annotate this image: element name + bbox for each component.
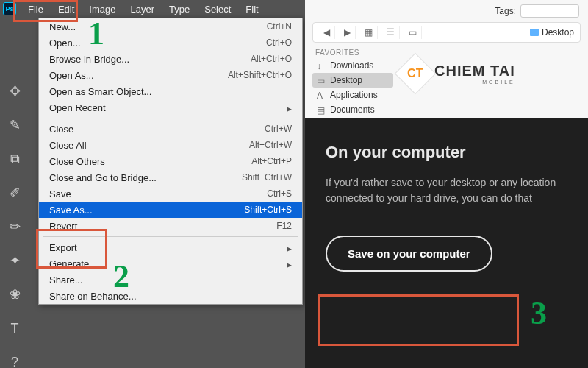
menu-item-close-bridge[interactable]: Close and Go to Bridge...Shift+Ctrl+W (39, 169, 302, 185)
app-logo-icon: Ps (3, 2, 16, 15)
brand-sub: MOBILE (434, 79, 515, 85)
brand-logo: CT CHIEM TAI MOBILE (401, 59, 515, 88)
lasso-tool-icon[interactable]: ✎ (4, 115, 25, 135)
brand-name: CHIEM TAI (434, 63, 515, 79)
menu-item-save-as[interactable]: Save As...Shift+Ctrl+S (39, 202, 302, 218)
menu-item-open-recent[interactable]: Open Recent (39, 99, 302, 116)
view-list-icon[interactable]: ☰ (382, 26, 400, 39)
brand-mark-icon: CT (395, 53, 437, 95)
folder-icon (530, 29, 539, 36)
location-chip[interactable]: Desktop (530, 27, 574, 38)
menu-type[interactable]: Type (162, 1, 197, 17)
menu-separator (43, 118, 298, 118)
menu-item-close-others[interactable]: Close OthersAlt+Ctrl+P (39, 153, 302, 169)
tool-column: ✥ ✎ ⧉ ✐ ✏ ✦ ❀ T ? (0, 74, 29, 368)
folder-up-icon[interactable]: ▭ (404, 26, 422, 39)
back-button[interactable]: ◀ (319, 26, 335, 39)
menu-item-export[interactable]: Export (39, 239, 302, 255)
browser-sidebar: Favorites ↓Downloads ▭Desktop AApplicati… (312, 47, 393, 117)
menu-item-open-smart[interactable]: Open as Smart Object... (39, 83, 302, 99)
desktop-icon: ▭ (317, 76, 326, 85)
fav-applications[interactable]: AApplications (312, 88, 393, 102)
submenu-arrow-icon (287, 102, 292, 113)
fav-desktop[interactable]: ▭Desktop (312, 73, 393, 88)
menu-item-open-as[interactable]: Open As...Alt+Shift+Ctrl+O (39, 67, 302, 83)
right-panel: Tags: ◀ ▶ ▦ ☰ ▭ Desktop Favorites ↓Downl… (305, 0, 588, 368)
menu-item-revert[interactable]: RevertF12 (39, 218, 302, 234)
brush-tool-icon[interactable]: ✏ (4, 216, 25, 237)
crop-tool-icon[interactable]: ⧉ (4, 149, 25, 169)
tags-row: Tags: (495, 4, 579, 18)
download-icon: ↓ (317, 61, 326, 70)
documents-icon: ▤ (317, 105, 326, 114)
menu-item-save[interactable]: SaveCtrl+S (39, 185, 302, 202)
menu-item-generate[interactable]: Generate (39, 255, 302, 272)
file-dropdown: New...Ctrl+N Open...Ctrl+O Browse in Bri… (38, 18, 303, 305)
menu-item-share-behance[interactable]: Share on Behance... (39, 288, 302, 304)
fav-documents[interactable]: ▤Documents (312, 102, 393, 117)
tags-label: Tags: (495, 6, 516, 16)
cloud-body: If you'd rather save to your desktop or … (326, 175, 567, 206)
menu-item-browse-bridge[interactable]: Browse in Bridge...Alt+Ctrl+O (39, 51, 302, 67)
submenu-arrow-icon (287, 242, 292, 253)
sponge-tool-icon[interactable]: ❀ (4, 284, 25, 305)
move-tool-icon[interactable]: ✥ (4, 81, 25, 102)
apps-icon: A (317, 91, 326, 99)
file-browser: Tags: ◀ ▶ ▦ ☰ ▭ Desktop Favorites ↓Downl… (305, 0, 588, 118)
forward-button[interactable]: ▶ (340, 26, 356, 39)
menu-bar: Ps File Edit Image Layer Type Select Fil… (0, 0, 305, 18)
menu-select[interactable]: Select (197, 1, 238, 17)
heal-tool-icon[interactable]: ✦ (4, 250, 25, 271)
menu-item-close[interactable]: CloseCtrl+W (39, 121, 302, 137)
browser-toolbar: ◀ ▶ ▦ ☰ ▭ Desktop (312, 22, 581, 43)
menu-item-share[interactable]: Share... (39, 272, 302, 288)
menu-item-open[interactable]: Open...Ctrl+O (39, 35, 302, 51)
fav-downloads[interactable]: ↓Downloads (312, 58, 393, 73)
menu-image[interactable]: Image (82, 1, 123, 17)
eyedropper-tool-icon[interactable]: ✐ (4, 183, 25, 203)
cloud-save-panel: On your computer If you'd rather save to… (305, 118, 588, 368)
menu-file[interactable]: File (21, 1, 51, 17)
menu-item-new[interactable]: New...Ctrl+N (39, 18, 302, 35)
submenu-arrow-icon (287, 258, 292, 269)
favorites-header: Favorites (312, 47, 393, 58)
menu-separator (43, 236, 298, 237)
cloud-heading: On your computer (326, 143, 567, 162)
menu-layer[interactable]: Layer (123, 1, 162, 17)
text-tool-icon[interactable]: T (4, 318, 25, 339)
save-on-computer-button[interactable]: Save on your computer (326, 236, 492, 272)
photoshop-panel: Ps File Edit Image Layer Type Select Fil… (0, 0, 305, 368)
view-grid-icon[interactable]: ▦ (360, 26, 378, 39)
menu-filter[interactable]: Filt (238, 1, 265, 17)
menu-item-close-all[interactable]: Close AllAlt+Ctrl+W (39, 137, 302, 153)
tags-input[interactable] (520, 4, 579, 18)
menu-edit[interactable]: Edit (51, 1, 82, 17)
more-tool-icon[interactable]: ? (4, 352, 25, 368)
